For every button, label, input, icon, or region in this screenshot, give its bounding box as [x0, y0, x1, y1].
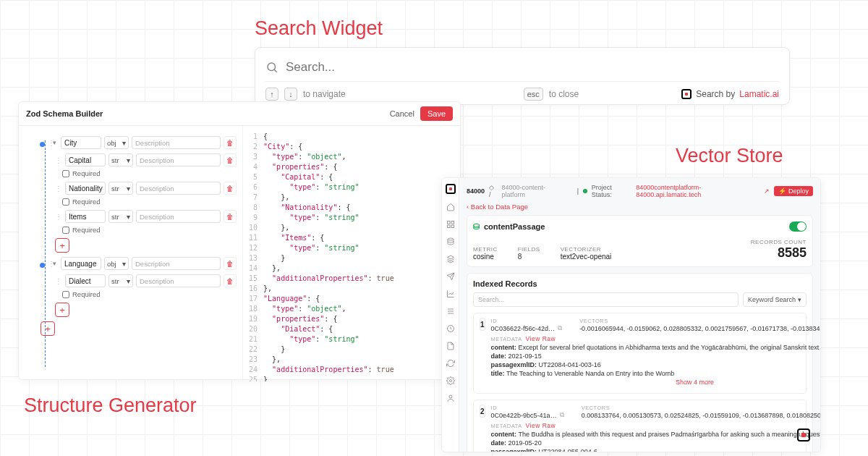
drag-handle-icon[interactable]: ⋮⋮ [55, 185, 62, 193]
save-button[interactable]: Save [420, 106, 453, 121]
required-toggle[interactable]: Required [41, 169, 237, 177]
type-select[interactable]: str▾ [109, 153, 133, 166]
type-select[interactable]: obj▾ [104, 257, 129, 270]
zod-schema-builder: Zod Schema Builder Cancel Save ⋮⋮ ▾ City… [18, 101, 461, 380]
home-icon[interactable] [446, 203, 455, 211]
powered-brand-link[interactable]: Lamatic.ai [739, 89, 779, 99]
svg-rect-1 [447, 221, 450, 224]
record-date: 2019-05-20 [509, 439, 542, 447]
drag-handle-icon[interactable]: ⋮⋮ [55, 277, 62, 285]
delete-button[interactable]: 🗑 [224, 153, 237, 166]
section-title-structure: Structure Generator [24, 394, 197, 417]
view-raw-link[interactable]: View Raw [526, 335, 556, 342]
enabled-toggle[interactable] [789, 221, 807, 232]
field-row-dialect[interactable]: ⋮⋮ Dialect str▾ Description 🗑 [41, 274, 237, 287]
field-name-input[interactable]: Items [65, 210, 106, 223]
description-input[interactable]: Description [136, 274, 221, 287]
copy-icon[interactable]: ⧉ [560, 411, 564, 419]
field-row-language[interactable]: ⋮⋮ ▾ Language obj▾ Description 🗑 [41, 257, 237, 270]
col-label: VECTORS [579, 318, 821, 324]
drag-handle-icon[interactable]: ⋮⋮ [55, 213, 62, 221]
field-name-input[interactable]: Language [61, 257, 101, 270]
layers-icon[interactable] [446, 255, 455, 263]
grid-icon[interactable] [446, 220, 455, 229]
required-toggle[interactable]: Required [41, 198, 237, 206]
delete-button[interactable]: 🗑 [224, 257, 237, 270]
add-child-button[interactable]: + [41, 303, 237, 317]
delete-button[interactable]: 🗑 [224, 182, 237, 195]
gear-icon[interactable] [446, 376, 455, 385]
type-select[interactable]: str▾ [109, 210, 133, 223]
record-date: 2021-09-15 [509, 352, 542, 360]
deploy-button[interactable]: ⚡Deploy [774, 186, 813, 196]
lamatic-float-logo-icon[interactable] [797, 428, 810, 442]
records-search-input[interactable]: Search... [473, 292, 739, 307]
indexed-title: Indexed Records [473, 279, 807, 288]
database-icon[interactable] [446, 237, 455, 246]
stat-label: FIELDS [518, 246, 540, 253]
add-root-field-button[interactable]: + [41, 321, 237, 336]
copy-icon[interactable]: ⧉ [558, 324, 562, 332]
field-name-input[interactable]: City [61, 136, 101, 149]
zod-title: Zod Schema Builder [26, 109, 103, 118]
record-row[interactable]: 1 ID 0C036622-f56c-42d…⧉ VECTORS -0.0016… [473, 313, 807, 394]
record-row[interactable]: 2 ID 0C0e422b-9bc5-41a…⧉ VECTORS 0.00813… [473, 400, 807, 452]
type-select[interactable]: obj▾ [104, 136, 129, 149]
svg-rect-2 [451, 221, 454, 224]
refresh-icon[interactable] [446, 359, 455, 368]
view-raw-link[interactable]: View Raw [526, 422, 556, 429]
field-name-input[interactable]: Nationality [65, 182, 106, 195]
chart-icon[interactable] [446, 290, 455, 298]
file-icon[interactable] [446, 342, 455, 350]
description-input[interactable]: Description [132, 257, 221, 270]
field-row-items[interactable]: ⋮⋮ Items str▾ Description 🗑 [41, 210, 237, 223]
field-row-capital[interactable]: ⋮⋮ Capital str▾ Description 🗑 [41, 153, 237, 166]
col-label: ID [491, 405, 564, 411]
breadcrumb[interactable]: 84000-content-platform [501, 184, 565, 198]
svg-point-5 [448, 238, 454, 240]
breadcrumb[interactable]: 84000 [467, 187, 485, 195]
description-input[interactable]: Description [136, 210, 221, 223]
record-passage-id: UT22084-055-004-6 [539, 448, 597, 452]
delete-button[interactable]: 🗑 [224, 136, 237, 149]
stat-label: METRIC [473, 246, 498, 253]
user-icon[interactable] [446, 394, 455, 402]
required-toggle[interactable]: Required [41, 226, 237, 234]
send-icon[interactable] [446, 272, 455, 281]
stat-label: RECORDS COUNT [751, 239, 807, 245]
description-input[interactable]: Description [136, 182, 221, 195]
drag-handle-icon[interactable]: ⋮⋮ [55, 156, 62, 164]
search-input[interactable] [286, 60, 779, 75]
delete-button[interactable]: 🗑 [224, 210, 237, 223]
chevron-down-icon[interactable]: ▾ [51, 139, 58, 146]
endpoint-link[interactable]: 84000contentplatform-84000.api.lamatic.t… [636, 184, 760, 198]
type-select[interactable]: str▾ [109, 182, 133, 195]
section-title-search: Search Widget [255, 17, 383, 40]
type-select[interactable]: str▾ [109, 274, 133, 287]
records-count: 8585 [751, 245, 807, 261]
show-more-link[interactable]: Show 4 more [491, 379, 821, 386]
svg-point-10 [449, 380, 451, 382]
svg-rect-4 [451, 225, 454, 228]
external-link-icon[interactable]: ↗ [764, 187, 770, 195]
field-name-input[interactable]: Dialect [65, 274, 106, 287]
description-input[interactable]: Description [136, 153, 221, 166]
app-sidebar [442, 178, 459, 452]
field-row-nationality[interactable]: ⋮⋮ Nationality str▾ Description 🗑 [41, 182, 237, 195]
field-name-input[interactable]: Capital [65, 153, 106, 166]
col-label: METADATA [491, 336, 522, 342]
record-id: 0C036622-f56c-42d… [491, 325, 556, 332]
chevron-down-icon[interactable]: ▾ [51, 260, 58, 267]
search-mode-select[interactable]: Keyword Search▾ [743, 292, 807, 307]
description-input[interactable]: Description [132, 136, 221, 149]
record-passage-id: UT22084-041-003-16 [539, 361, 601, 368]
back-link[interactable]: ‹ Back to Data Page [467, 203, 528, 211]
delete-button[interactable]: 🗑 [224, 274, 237, 287]
add-child-button[interactable]: + [41, 238, 237, 253]
powered-by: Search by Lamatic.ai [681, 89, 779, 99]
clock-icon[interactable] [446, 324, 455, 333]
field-row-city[interactable]: ⋮⋮ ▾ City obj▾ Description 🗑 [41, 136, 237, 149]
required-toggle[interactable]: Required [41, 290, 237, 298]
cancel-button[interactable]: Cancel [390, 109, 414, 118]
list-icon[interactable] [446, 307, 455, 316]
